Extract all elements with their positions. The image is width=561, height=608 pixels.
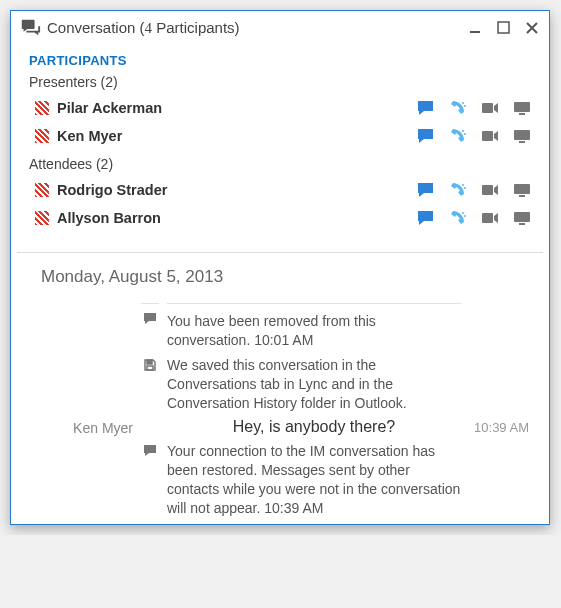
presenters-text: Presenters xyxy=(29,74,97,90)
system-message: Your connection to the IM conversation h… xyxy=(41,442,529,518)
participant-actions xyxy=(417,210,531,226)
participant-name: Ken Myer xyxy=(57,128,417,144)
svg-point-2 xyxy=(462,102,464,104)
message-time: 10:39 AM xyxy=(469,418,529,435)
presenters-count: (2) xyxy=(101,74,118,90)
participant-actions xyxy=(417,128,531,144)
participant-name: Pilar Ackerman xyxy=(57,100,417,116)
system-message: You have been removed from this conversa… xyxy=(41,303,529,350)
video-icon[interactable] xyxy=(481,100,499,116)
svg-rect-11 xyxy=(519,141,525,143)
svg-point-18 xyxy=(464,215,466,217)
svg-point-7 xyxy=(462,130,464,132)
participant-row[interactable]: Pilar Ackerman xyxy=(29,96,531,124)
svg-rect-6 xyxy=(519,113,525,115)
presenters-group-label: Presenters (2) xyxy=(29,74,531,90)
svg-rect-15 xyxy=(514,184,530,194)
svg-rect-20 xyxy=(514,212,530,222)
call-icon[interactable] xyxy=(449,100,467,116)
svg-point-8 xyxy=(464,133,466,135)
svg-rect-5 xyxy=(514,102,530,112)
conversation-panel: Monday, August 5, 2013 You have been rem… xyxy=(11,253,549,518)
chat-bubble-icon xyxy=(141,442,159,518)
system-text: You have been removed from this conversa… xyxy=(167,303,461,350)
presence-icon xyxy=(35,129,49,143)
svg-rect-9 xyxy=(482,131,493,141)
share-icon[interactable] xyxy=(513,210,531,226)
share-icon[interactable] xyxy=(513,100,531,116)
svg-rect-14 xyxy=(482,185,493,195)
im-icon[interactable] xyxy=(417,100,435,116)
close-button[interactable] xyxy=(523,19,541,37)
video-icon[interactable] xyxy=(481,182,499,198)
window-title: Conversation (4 Participants) xyxy=(47,19,240,37)
chat-message: Ken Myer Hey, is anybody there? 10:39 AM xyxy=(41,418,529,436)
call-icon[interactable] xyxy=(449,182,467,198)
participant-name: Allyson Barron xyxy=(57,210,417,226)
minimize-button[interactable] xyxy=(467,19,485,37)
message-sender: Ken Myer xyxy=(41,418,133,436)
participant-row[interactable]: Rodrigo Strader xyxy=(29,178,531,206)
attendees-text: Attendees xyxy=(29,156,92,172)
video-icon[interactable] xyxy=(481,210,499,226)
chat-bubble-icon xyxy=(141,303,159,350)
window-controls xyxy=(467,19,541,37)
system-text: Your connection to the IM conversation h… xyxy=(167,442,461,518)
participant-row[interactable]: Ken Myer xyxy=(29,124,531,152)
im-icon[interactable] xyxy=(417,182,435,198)
svg-point-17 xyxy=(462,212,464,214)
conversation-window: Conversation (4 Participants) PARTICIPAN… xyxy=(10,10,550,525)
svg-rect-21 xyxy=(519,223,525,225)
call-icon[interactable] xyxy=(449,128,467,144)
participants-panel: PARTICIPANTS Presenters (2) Pilar Ackerm… xyxy=(11,49,549,240)
message-text: Hey, is anybody there? xyxy=(167,418,461,436)
presence-icon xyxy=(35,183,49,197)
save-icon xyxy=(141,356,159,413)
svg-rect-22 xyxy=(147,360,152,364)
attendees-count: (2) xyxy=(96,156,113,172)
svg-rect-19 xyxy=(482,213,493,223)
presence-icon xyxy=(35,101,49,115)
share-icon[interactable] xyxy=(513,182,531,198)
im-icon[interactable] xyxy=(417,210,435,226)
svg-point-13 xyxy=(464,187,466,189)
svg-point-12 xyxy=(462,184,464,186)
svg-rect-16 xyxy=(519,195,525,197)
conversation-date: Monday, August 5, 2013 xyxy=(41,267,529,287)
svg-point-3 xyxy=(464,105,466,107)
system-text: We saved this conversation in the Conver… xyxy=(167,356,461,413)
participant-row[interactable]: Allyson Barron xyxy=(29,206,531,234)
presence-icon xyxy=(35,211,49,225)
conversation-icon xyxy=(19,17,41,39)
title-text-suffix: Participants) xyxy=(152,19,240,36)
participant-actions xyxy=(417,100,531,116)
im-icon[interactable] xyxy=(417,128,435,144)
svg-rect-0 xyxy=(470,31,480,33)
attendees-group-label: Attendees (2) xyxy=(29,156,531,172)
system-message: We saved this conversation in the Conver… xyxy=(41,356,529,413)
title-participant-count: 4 xyxy=(145,20,153,36)
share-icon[interactable] xyxy=(513,128,531,144)
participants-heading: PARTICIPANTS xyxy=(29,53,531,68)
title-text-prefix: Conversation ( xyxy=(47,19,145,36)
call-icon[interactable] xyxy=(449,210,467,226)
maximize-button[interactable] xyxy=(495,19,513,37)
titlebar: Conversation (4 Participants) xyxy=(11,11,549,49)
participant-actions xyxy=(417,182,531,198)
svg-rect-4 xyxy=(482,103,493,113)
svg-rect-1 xyxy=(498,22,509,33)
participant-name: Rodrigo Strader xyxy=(57,182,417,198)
svg-rect-10 xyxy=(514,130,530,140)
video-icon[interactable] xyxy=(481,128,499,144)
